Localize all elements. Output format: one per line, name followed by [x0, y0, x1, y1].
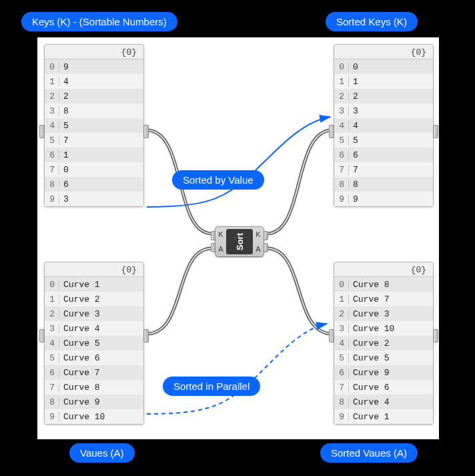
table-row: 6Curve 9	[334, 365, 433, 380]
table-row: 77	[334, 162, 433, 177]
sort-inputs: K A	[215, 227, 226, 256]
row-value: Curve 1	[349, 412, 433, 422]
row-value: 3	[349, 106, 433, 116]
label-sorted-keys: Sorted Keys (K)	[326, 12, 418, 31]
row-value: Curve 10	[59, 412, 143, 422]
row-value: 7	[59, 136, 143, 146]
row-value: Curve 2	[349, 338, 433, 348]
row-index: 3	[334, 106, 349, 116]
row-value: Curve 3	[349, 309, 433, 319]
row-index: 6	[45, 368, 59, 378]
row-index: 8	[45, 397, 59, 407]
row-value: Curve 7	[349, 294, 433, 304]
row-index: 2	[334, 309, 349, 319]
row-value: 4	[59, 77, 143, 87]
panel-input-nub[interactable]	[329, 329, 334, 342]
panel-header: {0}	[334, 262, 433, 277]
label-sorted-values: Sorted Vaues (A)	[320, 443, 418, 463]
row-index: 0	[45, 62, 59, 72]
sort-outputs: K A	[253, 227, 264, 256]
table-row: 0Curve 1	[45, 277, 143, 292]
panel-input-nub[interactable]	[39, 125, 45, 138]
table-row: 22	[45, 89, 143, 103]
row-index: 6	[45, 150, 59, 160]
row-value: 2	[59, 91, 143, 101]
panel-keys[interactable]: {0} 09142238455761708693	[44, 44, 144, 207]
panel-input-nub[interactable]	[39, 329, 45, 342]
row-value: Curve 9	[59, 397, 143, 407]
table-row: 7Curve 8	[45, 380, 143, 395]
row-index: 5	[334, 353, 349, 363]
row-index: 5	[334, 136, 349, 146]
table-row: 5Curve 5	[334, 350, 433, 365]
table-row: 14	[45, 74, 143, 89]
row-index: 1	[45, 294, 59, 304]
port-label-k: K	[256, 230, 260, 238]
table-row: 1Curve 2	[45, 292, 143, 306]
row-index: 5	[45, 136, 59, 146]
table-row: 11	[334, 74, 433, 89]
table-row: 3Curve 10	[334, 321, 433, 336]
port-out-k[interactable]	[264, 231, 268, 240]
row-index: 7	[334, 383, 349, 393]
panel-input-nub[interactable]	[329, 125, 334, 138]
table-row: 93	[45, 192, 143, 206]
sort-component[interactable]: K A Sort K A	[215, 226, 264, 257]
table-row: 2Curve 3	[334, 306, 433, 321]
sort-name: Sort	[226, 229, 253, 254]
table-row: 4Curve 5	[45, 336, 143, 350]
table-row: 70	[45, 162, 143, 177]
table-row: 6Curve 7	[45, 365, 143, 380]
table-row: 2Curve 3	[45, 306, 143, 321]
row-value: Curve 10	[349, 324, 433, 334]
row-index: 3	[334, 324, 349, 334]
table-row: 86	[45, 177, 143, 192]
row-value: Curve 9	[349, 368, 433, 378]
panel-values[interactable]: {0} 0Curve 11Curve 22Curve 33Curve 44Cur…	[44, 262, 144, 425]
table-row: 22	[334, 89, 433, 103]
table-row: 61	[45, 148, 143, 162]
row-value: 4	[349, 121, 433, 131]
table-row: 45	[45, 118, 143, 133]
table-row: 57	[45, 133, 143, 148]
port-label-k: K	[218, 230, 223, 238]
panel-sorted-values[interactable]: {0} 0Curve 81Curve 72Curve 33Curve 104Cu…	[334, 262, 434, 425]
row-value: 7	[349, 165, 433, 175]
table-row: 9Curve 1	[334, 409, 433, 424]
table-row: 3Curve 4	[45, 321, 143, 336]
port-in-a[interactable]	[211, 243, 215, 252]
table-row: 99	[334, 192, 433, 206]
row-index: 8	[45, 180, 59, 190]
panel-output-nub[interactable]	[433, 329, 438, 342]
panel-output-nub[interactable]	[433, 125, 438, 138]
table-row: 8Curve 9	[45, 395, 143, 409]
table-row: 88	[334, 177, 433, 192]
table-row: 5Curve 6	[45, 350, 143, 365]
row-value: 6	[59, 180, 143, 190]
port-in-k[interactable]	[211, 231, 215, 240]
panel-output-nub[interactable]	[143, 125, 149, 138]
row-value: 9	[59, 62, 143, 72]
row-index: 4	[45, 338, 59, 348]
table-row: 66	[334, 148, 433, 162]
port-out-a[interactable]	[264, 243, 268, 252]
panel-sorted-keys[interactable]: {0} 00112233445566778899	[334, 44, 434, 207]
row-value: 6	[349, 150, 433, 160]
row-index: 9	[334, 194, 349, 204]
row-index: 2	[334, 91, 349, 101]
table-row: 33	[334, 103, 433, 118]
row-value: 0	[59, 165, 143, 175]
row-value: 1	[349, 77, 433, 87]
row-value: 8	[59, 106, 143, 116]
row-value: 2	[349, 91, 433, 101]
row-index: 4	[334, 121, 349, 131]
row-index: 1	[334, 77, 349, 87]
panel-output-nub[interactable]	[143, 329, 149, 342]
row-value: 0	[349, 62, 433, 72]
row-value: Curve 5	[349, 353, 433, 363]
row-value: Curve 6	[59, 353, 143, 363]
row-index: 7	[45, 165, 59, 175]
row-index: 9	[45, 412, 59, 422]
row-value: Curve 8	[59, 383, 143, 393]
row-index: 1	[45, 77, 59, 87]
